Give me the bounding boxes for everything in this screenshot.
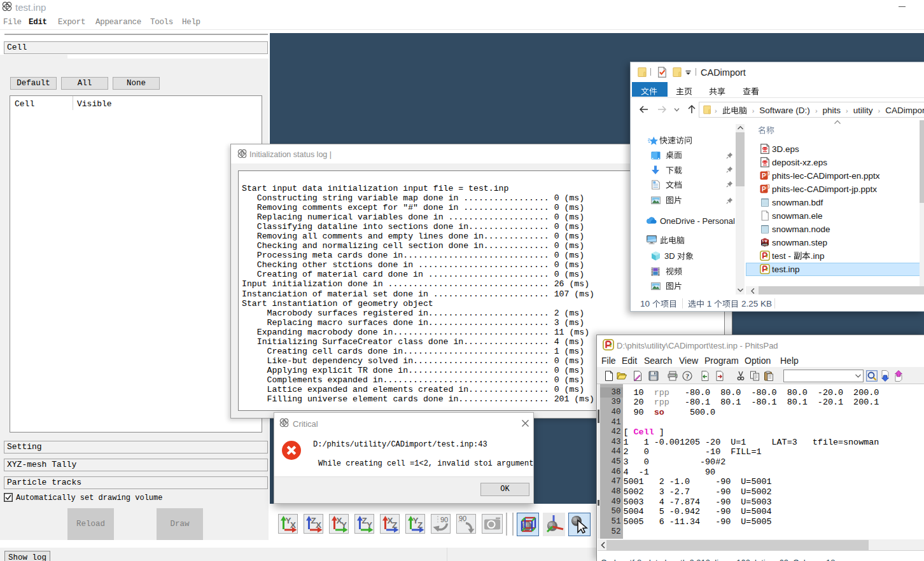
- svg-text:Y: Y: [367, 520, 372, 530]
- svg-text:90: 90: [440, 516, 448, 523]
- svg-text:Z: Z: [417, 520, 423, 530]
- svg-text:?: ?: [686, 372, 690, 380]
- svg-text:P: P: [762, 172, 766, 179]
- svg-text:2025: 2025: [762, 244, 767, 246]
- svg-text:P: P: [762, 186, 766, 193]
- svg-text:Z: Z: [392, 520, 397, 530]
- svg-text:X: X: [316, 520, 321, 530]
- svg-text:90: 90: [459, 515, 466, 522]
- svg-text:S W: S W: [762, 240, 767, 243]
- svg-text:Y: Y: [341, 520, 347, 530]
- svg-text:X: X: [290, 520, 296, 530]
